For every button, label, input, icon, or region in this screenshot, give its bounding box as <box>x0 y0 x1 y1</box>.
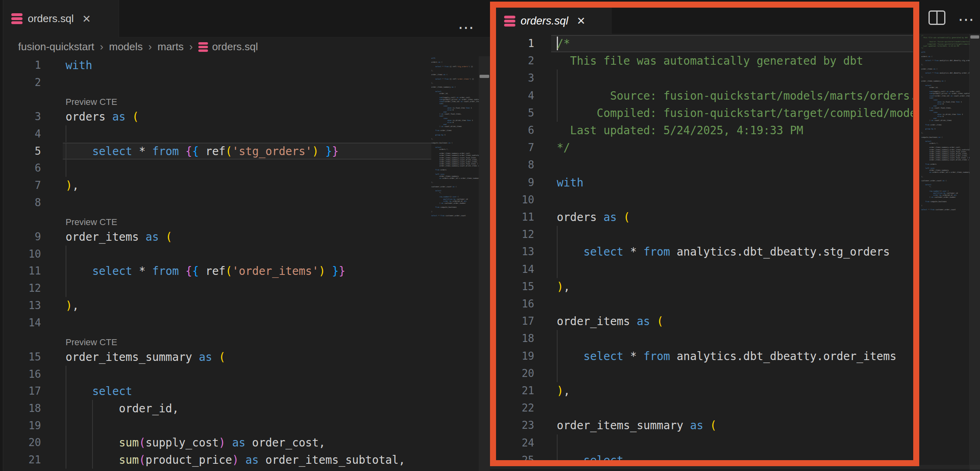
code-line[interactable]: 14 <box>0 314 431 332</box>
indent-guide <box>557 70 558 87</box>
tab-label: orders.sql <box>28 12 74 25</box>
chevron-right-icon: › <box>100 41 103 53</box>
code-line[interactable]: 6 Last updated: 5/24/2025, 4:19:33 PM <box>490 122 913 139</box>
code-line[interactable]: 20 sum(supply_cost) as order_cost, <box>0 434 431 451</box>
code-text: orders as ( <box>66 108 139 125</box>
line-number: 5 <box>0 143 41 160</box>
editor-actions-more-icon[interactable]: ⋯ <box>458 19 475 35</box>
breadcrumb-item-marts[interactable]: marts <box>157 41 183 53</box>
code-text: order_items_summary as ( <box>557 417 716 434</box>
minimap-left[interactable]: with orders as ( select * from {{ ref('s… <box>431 57 479 471</box>
code-line[interactable]: 21 sum(product_price) as order_items_sub… <box>0 451 431 469</box>
code-line[interactable]: 7*/ <box>490 139 913 156</box>
line-number: 9 <box>0 228 41 246</box>
scrollbar-right[interactable] <box>970 34 980 471</box>
code-line[interactable]: 19 <box>0 417 431 434</box>
close-icon[interactable]: ✕ <box>577 16 586 26</box>
code-line[interactable]: 17order_items as ( <box>490 313 913 330</box>
code-line[interactable]: 17 select <box>0 383 431 400</box>
indent-guide <box>66 246 66 263</box>
code-text: sum(supply_cost) as order_cost, <box>66 434 325 451</box>
editor-group-source: orders.sql ✕ ⋯ fusion-quickstart›models›… <box>0 0 490 471</box>
line-number: 14 <box>0 314 41 332</box>
code-line[interactable]: 9with <box>490 174 913 191</box>
code-text: Source: fusion-quickstart/models/marts/o… <box>557 87 913 104</box>
breadcrumb-item-models[interactable]: models <box>109 41 143 53</box>
code-text: Last updated: 5/24/2025, 4:19:33 PM <box>557 122 803 139</box>
line-number: 16 <box>490 295 534 313</box>
code-line[interactable]: 7), <box>0 177 431 194</box>
scrollbar-thumb[interactable] <box>480 75 489 78</box>
tab-label: orders.sql <box>521 15 568 27</box>
breadcrumb-item-orders.sql[interactable]: orders.sql <box>198 41 258 53</box>
close-icon[interactable]: ✕ <box>82 14 91 24</box>
horizontal-scrollbar[interactable] <box>490 465 980 469</box>
line-number: 14 <box>490 261 534 278</box>
code-line[interactable]: 3 <box>490 70 913 87</box>
code-line[interactable]: 11 select * from {{ ref('order_items') }… <box>0 262 431 280</box>
codelens-preview-cte[interactable]: Preview CTE <box>66 91 431 108</box>
code-line[interactable]: 8 <box>490 156 913 174</box>
code-text: Compiled: fusion-quickstart/target/compi… <box>557 104 913 122</box>
code-text: orders as ( <box>557 209 630 226</box>
code-line[interactable]: 18 <box>490 330 913 347</box>
line-number: 13 <box>490 243 534 260</box>
code-line[interactable]: 15), <box>490 278 913 295</box>
code-line[interactable]: 9order_items as ( <box>0 228 431 246</box>
code-line[interactable]: 15order_items_summary as ( <box>0 348 431 366</box>
breadcrumb-label: marts <box>157 41 183 53</box>
code-line[interactable]: 4 Source: fusion-quickstart/models/marts… <box>490 87 913 104</box>
code-line[interactable]: 18 order_id, <box>0 400 431 417</box>
code-text: select <box>66 383 132 400</box>
code-line[interactable]: 10 <box>0 246 431 263</box>
code-line[interactable]: 10 <box>490 191 913 209</box>
line-number: 8 <box>0 194 41 211</box>
tab-orders-sql-left[interactable]: orders.sql ✕ <box>3 0 119 37</box>
code-line[interactable]: 16 <box>490 295 913 313</box>
indent-guide <box>557 434 558 452</box>
code-line[interactable]: 4 <box>0 125 431 143</box>
split-editor-icon[interactable] <box>929 10 945 25</box>
code-line[interactable]: 22 <box>490 399 913 417</box>
minimap-right[interactable]: /* This file was automatically generated… <box>921 35 970 471</box>
code-line[interactable]: 1with <box>0 57 431 74</box>
line-number: 23 <box>490 417 534 434</box>
line-number: 9 <box>490 174 534 191</box>
code-line[interactable]: 13 select * from analytics.dbt_dbeatty.s… <box>490 243 913 260</box>
line-number: 15 <box>0 348 41 366</box>
code-line[interactable]: 24 <box>490 434 913 452</box>
code-line[interactable]: 6 <box>0 160 431 177</box>
tab-orders-sql-right[interactable]: orders.sql ✕ <box>496 8 611 34</box>
code-line[interactable]: 8 <box>0 194 431 211</box>
code-line[interactable]: 2 <box>0 74 431 91</box>
code-line[interactable]: 23order_items_summary as ( <box>490 417 913 434</box>
code-line[interactable]: 21), <box>490 382 913 399</box>
code-line[interactable]: 5 select * from {{ ref('stg_orders') }} <box>0 143 431 160</box>
code-line[interactable]: 16 <box>0 366 431 383</box>
code-line[interactable]: 2 This file was automatically generated … <box>490 52 913 70</box>
code-line[interactable]: 3orders as ( <box>0 108 431 125</box>
code-line[interactable]: 11orders as ( <box>490 209 913 226</box>
scrollbar-thumb[interactable] <box>970 35 979 39</box>
indent-guide <box>66 125 66 143</box>
code-line[interactable]: 1/* <box>490 35 913 52</box>
code-line[interactable]: 12 <box>490 226 913 243</box>
editor-actions-more-icon[interactable]: ⋯ <box>958 11 975 27</box>
code-line[interactable]: 13), <box>0 297 431 314</box>
codelens-preview-cte[interactable]: Preview CTE <box>66 211 431 228</box>
code-line[interactable]: 12 <box>0 280 431 297</box>
codelens-preview-cte[interactable]: Preview CTE <box>66 331 431 348</box>
indent-guide <box>557 365 558 382</box>
breadcrumb-item-fusion-quickstart[interactable]: fusion-quickstart <box>18 41 94 53</box>
current-line-highlight <box>551 35 913 52</box>
line-number: 12 <box>0 280 41 297</box>
code-line[interactable]: 14 <box>490 261 913 278</box>
indent-guide <box>92 417 93 434</box>
code-line[interactable]: 19 select * from analytics.dbt_dbeatty.o… <box>490 348 913 365</box>
code-editor-compiled[interactable]: 1/*2 This file was automatically generat… <box>490 34 913 471</box>
scrollbar-left[interactable] <box>479 56 490 471</box>
code-editor-source[interactable]: 1with2Preview CTE3orders as (45 select *… <box>0 56 431 471</box>
code-line[interactable]: 20 <box>490 365 913 382</box>
code-line[interactable]: 5 Compiled: fusion-quickstart/target/com… <box>490 104 913 122</box>
indent-guide <box>557 261 558 278</box>
